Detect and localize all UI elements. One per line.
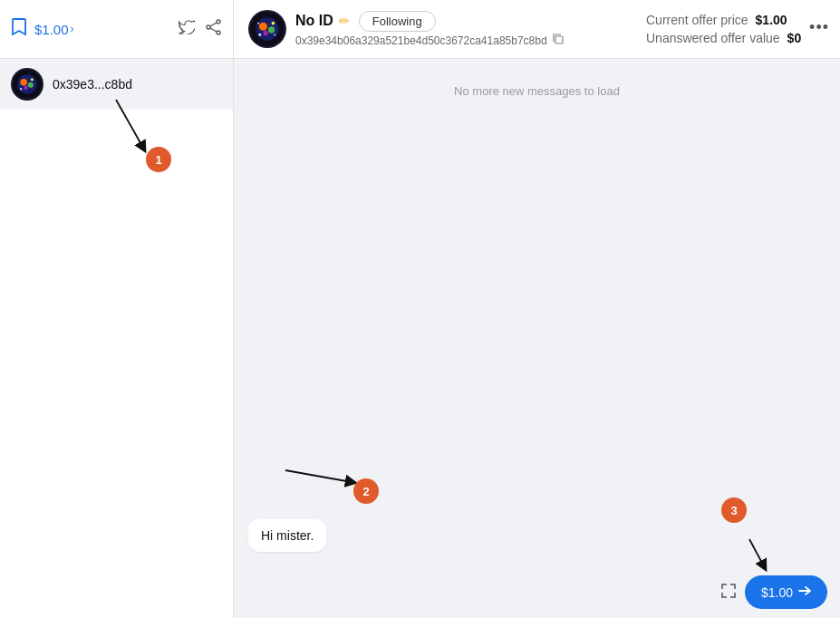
name-row: No ID ✏ Following (295, 11, 565, 32)
current-offer-value: $1.00 (756, 13, 787, 27)
svg-line-4 (210, 28, 217, 32)
svg-point-11 (259, 34, 262, 36)
expand-icon[interactable] (721, 584, 736, 602)
chevron-right-icon: › (71, 23, 74, 35)
wallet-address-text: 0x39e34b06a329a521be4d50c3672ca41a85b7c8… (295, 34, 547, 47)
header-left-section: $1.00 › (0, 0, 234, 58)
sidebar-avatar (11, 68, 43, 101)
more-options-button[interactable]: ••• (809, 18, 829, 37)
message-text: Hi mister. (261, 528, 314, 543)
chat-area: No more new messages to load Hi mister. … (234, 59, 840, 618)
unanswered-offer-value: $0 (787, 31, 802, 45)
unanswered-offer-row: Unanswered offer value $0 (646, 31, 826, 45)
sidebar-item[interactable]: 0x39e3...c8bd (0, 59, 233, 110)
svg-line-3 (210, 23, 217, 26)
chat-input-area: $1.00 (234, 566, 840, 618)
edit-icon[interactable]: ✏ (339, 14, 350, 28)
share-icon[interactable] (206, 19, 222, 40)
svg-point-7 (259, 23, 267, 31)
svg-point-8 (268, 26, 275, 33)
header-action-icons (179, 19, 222, 40)
current-offer-row: Current offer price $1.00 (646, 13, 826, 27)
profile-name: No ID (295, 13, 333, 29)
svg-rect-14 (555, 36, 563, 43)
svg-point-1 (207, 25, 210, 29)
svg-point-6 (256, 17, 278, 40)
svg-point-19 (24, 86, 28, 91)
profile-name-area: No ID ✏ Following 0x39e34b06a329a521be4d… (295, 11, 565, 48)
svg-point-17 (20, 79, 27, 86)
following-button[interactable]: Following (359, 11, 436, 32)
svg-point-2 (217, 31, 220, 34)
svg-point-13 (257, 23, 259, 24)
chat-messages: No more new messages to load Hi mister. (234, 59, 840, 566)
unanswered-offer-label: Unanswered offer value (646, 31, 780, 45)
svg-point-12 (274, 34, 275, 35)
svg-point-0 (217, 20, 220, 24)
copy-icon[interactable] (553, 34, 565, 48)
main-content: 0x39e3...c8bd No more new messages to lo… (0, 59, 840, 618)
svg-point-16 (17, 74, 36, 93)
profile-avatar (248, 10, 286, 48)
sidebar-item-name: 0x39e3...c8bd (53, 77, 132, 92)
message-bubble: Hi mister. (248, 519, 326, 552)
send-icon (798, 584, 811, 600)
svg-point-18 (28, 82, 34, 88)
price-value: $1.00 (34, 22, 69, 37)
twitter-icon[interactable] (179, 20, 195, 39)
svg-point-10 (272, 22, 275, 25)
app-header: $1.00 › (0, 0, 840, 59)
no-more-messages: No more new messages to load (248, 84, 826, 98)
svg-point-20 (31, 78, 34, 81)
sidebar: 0x39e3...c8bd (0, 59, 234, 618)
svg-point-9 (263, 31, 267, 35)
send-button[interactable]: $1.00 (745, 575, 827, 609)
wallet-address: 0x39e34b06a329a521be4d50c3672ca41a85b7c8… (295, 34, 565, 48)
svg-point-21 (20, 88, 22, 90)
current-offer-label: Current offer price (646, 13, 748, 27)
header-middle-section: No ID ✏ Following 0x39e34b06a329a521be4d… (234, 0, 632, 58)
price-tag[interactable]: $1.00 › (34, 22, 74, 37)
bookmark-icon[interactable] (11, 18, 27, 41)
send-button-label: $1.00 (761, 585, 793, 600)
